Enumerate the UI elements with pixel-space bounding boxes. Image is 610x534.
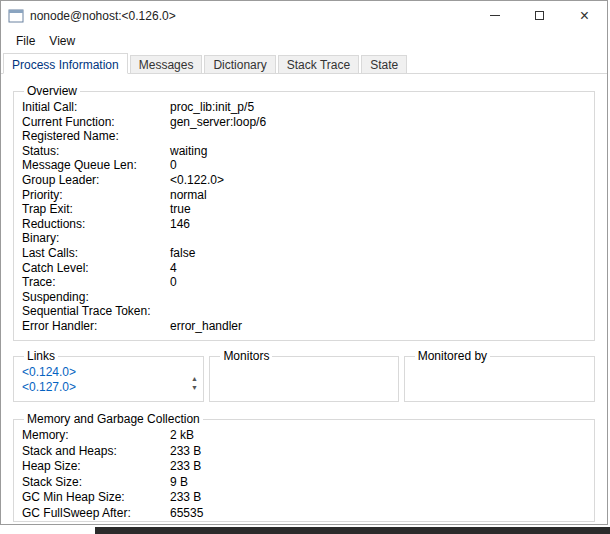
- link-pid[interactable]: <0.127.0>: [22, 380, 76, 394]
- monitors-legend: Monitors: [220, 349, 272, 363]
- field-label: Catch Level:: [22, 261, 170, 276]
- field-value: error_handler: [170, 319, 242, 333]
- menu-file[interactable]: File: [9, 32, 42, 50]
- field-row: Trace:0: [22, 275, 586, 290]
- field-value: 0: [170, 275, 177, 289]
- field-label: Memory:: [22, 428, 170, 444]
- field-row: Status:waiting: [22, 144, 586, 159]
- process-info-window: nonode@nohost:<0.126.0> × File View Proc…: [0, 0, 608, 525]
- field-row: Reductions:146: [22, 217, 586, 232]
- field-value: true: [170, 202, 191, 216]
- field-label: Error Handler:: [22, 319, 170, 334]
- field-label: Binary:: [22, 231, 170, 246]
- field-row: Last Calls:false: [22, 246, 586, 261]
- overview-legend: Overview: [24, 84, 80, 98]
- field-value: gen_server:loop/6: [170, 115, 266, 129]
- field-value: 0: [170, 158, 177, 172]
- menu-view[interactable]: View: [42, 32, 82, 50]
- tab-dictionary[interactable]: Dictionary: [204, 55, 275, 73]
- field-label: GC Min Heap Size:: [22, 490, 170, 506]
- field-row: Suspending:: [22, 290, 586, 305]
- field-row: Binary:: [22, 231, 586, 246]
- tab-state[interactable]: State: [361, 55, 407, 73]
- field-label: Registered Name:: [22, 129, 170, 144]
- field-value: waiting: [170, 144, 207, 158]
- field-row: Current Function:gen_server:loop/6: [22, 115, 586, 130]
- field-label: Current Function:: [22, 115, 170, 130]
- field-row: Trap Exit:true: [22, 202, 586, 217]
- scroll-down-icon[interactable]: ▼: [187, 383, 201, 392]
- field-label: Priority:: [22, 188, 170, 203]
- field-value: 233 B: [170, 459, 201, 473]
- field-label: Status:: [22, 144, 170, 159]
- taskbar-fragment: [95, 527, 610, 534]
- field-label: Suspending:: [22, 290, 170, 305]
- field-value: 9 B: [170, 475, 188, 489]
- field-row: Catch Level:4: [22, 261, 586, 276]
- field-value: normal: [170, 188, 207, 202]
- field-value: proc_lib:init_p/5: [170, 100, 254, 114]
- links-groupbox: Links <0.124.0> <0.127.0> ▲ ▼: [13, 349, 204, 402]
- memory-gc-legend: Memory and Garbage Collection: [24, 412, 203, 426]
- field-label: Initial Call:: [22, 100, 170, 115]
- tab-bar: Process Information Messages Dictionary …: [1, 51, 607, 74]
- field-value: 4: [170, 261, 177, 275]
- links-legend: Links: [24, 349, 58, 363]
- field-row: Sequential Trace Token:: [22, 304, 586, 319]
- tab-content: Overview Initial Call:proc_lib:init_p/5 …: [1, 84, 607, 522]
- monitored-by-groupbox: Monitored by: [404, 349, 595, 402]
- link-pid[interactable]: <0.124.0>: [22, 365, 76, 379]
- tab-stack-trace[interactable]: Stack Trace: [278, 55, 359, 73]
- monitors-groupbox: Monitors: [209, 349, 398, 402]
- field-label: Sequential Trace Token:: [22, 304, 170, 319]
- field-row: Message Queue Len:0: [22, 158, 586, 173]
- tab-process-information[interactable]: Process Information: [3, 53, 128, 74]
- field-row: Stack and Heaps:233 B: [22, 444, 586, 460]
- window-title: nonode@nohost:<0.126.0>: [30, 9, 472, 23]
- field-label: GC FullSweep After:: [22, 506, 170, 522]
- field-row: Initial Call:proc_lib:init_p/5: [22, 100, 586, 115]
- field-label: Group Leader:: [22, 173, 170, 188]
- close-button[interactable]: ×: [562, 1, 607, 30]
- field-row: GC FullSweep After:65535: [22, 506, 586, 522]
- field-value: 2 kB: [170, 428, 194, 442]
- maximize-button[interactable]: [517, 1, 562, 30]
- field-row: GC Min Heap Size:233 B: [22, 490, 586, 506]
- field-value: 65535: [170, 506, 203, 520]
- field-label: Trace:: [22, 275, 170, 290]
- field-row: Heap Size:233 B: [22, 459, 586, 475]
- menu-bar: File View: [1, 30, 607, 51]
- overview-groupbox: Overview Initial Call:proc_lib:init_p/5 …: [13, 84, 595, 341]
- field-value: 146: [170, 217, 190, 231]
- close-icon: ×: [580, 8, 589, 24]
- scroll-up-icon[interactable]: ▲: [187, 374, 201, 383]
- field-value: false: [170, 246, 195, 260]
- field-value: 233 B: [170, 444, 201, 458]
- app-icon: [8, 8, 24, 24]
- field-row: Stack Size:9 B: [22, 475, 586, 491]
- minimize-icon: [490, 15, 500, 16]
- field-label: Heap Size:: [22, 459, 170, 475]
- field-value: 233 B: [170, 490, 201, 504]
- field-label: Message Queue Len:: [22, 158, 170, 173]
- memory-gc-groupbox: Memory and Garbage Collection Memory:2 k…: [13, 412, 595, 522]
- titlebar[interactable]: nonode@nohost:<0.126.0> ×: [1, 1, 607, 30]
- field-label: Stack and Heaps:: [22, 444, 170, 460]
- field-row: Error Handler:error_handler: [22, 319, 586, 334]
- links-scrollbar[interactable]: ▲ ▼: [186, 365, 202, 400]
- monitored-by-legend: Monitored by: [415, 349, 490, 363]
- field-row: Priority:normal: [22, 188, 586, 203]
- maximize-icon: [535, 11, 544, 20]
- field-row: Registered Name:: [22, 129, 586, 144]
- minimize-button[interactable]: [472, 1, 517, 30]
- field-row: Memory:2 kB: [22, 428, 586, 444]
- group-leader-pid-link[interactable]: <0.122.0>: [170, 173, 224, 187]
- field-label: Last Calls:: [22, 246, 170, 261]
- field-label: Stack Size:: [22, 475, 170, 491]
- field-label: Reductions:: [22, 217, 170, 232]
- tab-messages[interactable]: Messages: [130, 55, 203, 73]
- field-row: Group Leader:<0.122.0>: [22, 173, 586, 188]
- field-label: Trap Exit:: [22, 202, 170, 217]
